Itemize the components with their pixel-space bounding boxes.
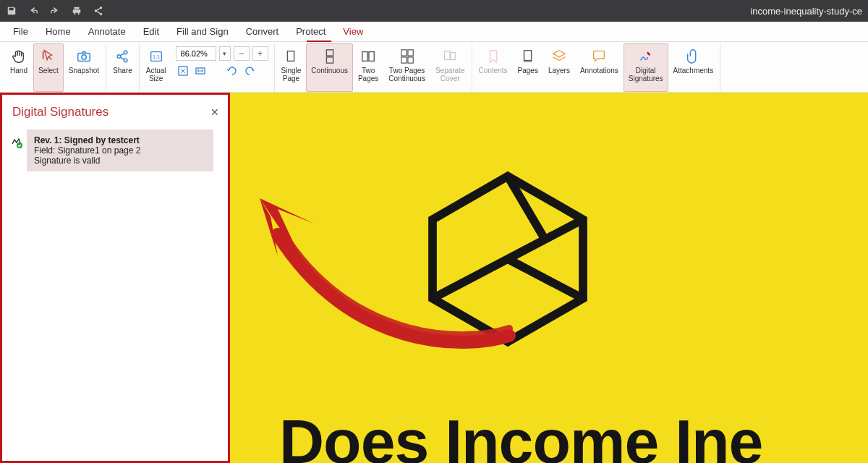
continuous-icon xyxy=(320,47,339,66)
share-button[interactable]: Share xyxy=(108,43,137,92)
continuous-label: Continuous xyxy=(311,67,348,75)
hexagon-logo xyxy=(414,165,602,353)
panel-title: Digital Signatures xyxy=(12,105,109,119)
actual-size-icon: 1:1 xyxy=(147,47,166,66)
pages-label: Pages xyxy=(518,67,538,75)
svg-rect-15 xyxy=(326,57,333,63)
contents-label: Contents xyxy=(479,67,508,75)
share-label: Share xyxy=(113,67,132,75)
single-page-label: Single Page xyxy=(281,67,302,82)
active-tab-underline xyxy=(307,41,331,42)
snapshot-button[interactable]: Snapshot xyxy=(64,43,104,92)
menu-view[interactable]: View xyxy=(334,22,372,41)
fit-page-icon[interactable] xyxy=(176,64,190,78)
share-ribbon-icon xyxy=(113,47,132,66)
content-area: Digital Signatures ✕ Rev. 1: Signed by t… xyxy=(0,93,868,463)
snapshot-label: Snapshot xyxy=(69,67,99,75)
separate-cover-button[interactable]: Separate Cover xyxy=(430,43,470,92)
svg-line-29 xyxy=(508,259,583,299)
share-icon[interactable] xyxy=(93,5,104,17)
menu-convert[interactable]: Convert xyxy=(237,22,288,41)
print-icon[interactable] xyxy=(71,5,82,17)
comment-icon xyxy=(590,47,608,66)
two-pages-icon xyxy=(359,47,378,66)
digital-signatures-label: Digital Signatures xyxy=(629,67,663,82)
actual-size-button[interactable]: 1:1 Actual Size xyxy=(141,43,171,92)
actual-size-label: Actual Size xyxy=(146,67,166,82)
svg-rect-18 xyxy=(401,50,406,56)
signature-icon xyxy=(637,47,655,66)
svg-point-7 xyxy=(118,55,122,59)
hand-tool-button[interactable]: Hand xyxy=(4,43,33,92)
select-tool-button[interactable]: Select xyxy=(33,43,64,92)
single-page-button[interactable]: Single Page xyxy=(276,43,307,92)
pages-icon xyxy=(519,47,537,66)
svg-point-6 xyxy=(124,51,128,54)
svg-rect-3 xyxy=(43,51,44,59)
annotations-button[interactable]: Annotations xyxy=(575,43,624,92)
layers-button[interactable]: Layers xyxy=(543,43,575,92)
two-pages-continuous-icon xyxy=(398,47,417,66)
fit-width-icon[interactable] xyxy=(193,64,208,78)
ribbon: Hand Select Snapshot Share 1:1 Actual Si… xyxy=(0,42,868,93)
save-icon[interactable] xyxy=(6,5,17,17)
hand-label: Hand xyxy=(10,67,27,75)
zoom-group: ▾ − + xyxy=(171,43,273,92)
window-title: income-inequality-study-ce xyxy=(750,6,862,17)
two-pages-continuous-button[interactable]: Two Pages Continuous xyxy=(383,43,430,92)
menu-protect[interactable]: Protect xyxy=(287,22,334,41)
separate-cover-icon xyxy=(441,47,459,66)
svg-text:1:1: 1:1 xyxy=(153,54,160,60)
two-pages-button[interactable]: Two Pages xyxy=(353,43,383,92)
hand-icon xyxy=(9,47,28,66)
single-page-icon xyxy=(281,47,300,66)
menubar: File Home Annotate Edit Fill and Sign Co… xyxy=(0,22,868,42)
digital-signatures-button[interactable]: Digital Signatures xyxy=(624,43,668,92)
document-viewport[interactable]: Does Income Ine xyxy=(230,93,868,463)
menu-file[interactable]: File xyxy=(4,22,37,41)
separate-cover-label: Separate Cover xyxy=(435,67,465,82)
menu-home[interactable]: Home xyxy=(37,22,80,41)
contents-button[interactable]: Contents xyxy=(474,43,513,92)
attachments-label: Attachments xyxy=(673,67,714,75)
two-pages-continuous-label: Two Pages Continuous xyxy=(388,67,425,82)
svg-rect-14 xyxy=(326,50,333,56)
menu-edit[interactable]: Edit xyxy=(135,22,168,41)
bookmark-icon xyxy=(484,47,503,66)
close-icon[interactable]: ✕ xyxy=(210,106,219,118)
rotate-ccw-icon[interactable] xyxy=(225,64,239,78)
zoom-dropdown[interactable]: ▾ xyxy=(219,46,231,61)
svg-rect-17 xyxy=(369,52,374,61)
svg-point-25 xyxy=(17,143,22,148)
camera-icon xyxy=(75,47,93,66)
document-headline: Does Income Ine xyxy=(279,406,762,463)
menu-fill-and-sign[interactable]: Fill and Sign xyxy=(168,22,237,41)
valid-signature-icon xyxy=(11,137,22,148)
cursor-icon xyxy=(39,47,58,66)
svg-rect-16 xyxy=(362,52,367,61)
signature-status: Signature is valid xyxy=(34,156,206,166)
signature-title: Rev. 1: Signed by testcert xyxy=(34,135,206,145)
zoom-input[interactable] xyxy=(176,46,216,61)
svg-point-8 xyxy=(124,59,128,62)
rotate-cw-icon[interactable] xyxy=(242,64,257,78)
continuous-button[interactable]: Continuous xyxy=(306,43,353,92)
titlebar: income-inequality-study-ce xyxy=(0,0,868,22)
svg-rect-22 xyxy=(445,51,450,60)
svg-rect-20 xyxy=(401,57,406,63)
svg-rect-24 xyxy=(524,51,531,61)
redo-icon[interactable] xyxy=(49,5,61,17)
svg-rect-13 xyxy=(288,51,294,61)
layers-label: Layers xyxy=(548,67,570,75)
select-label: Select xyxy=(38,67,59,75)
zoom-in-button[interactable]: + xyxy=(252,46,268,61)
menu-annotate[interactable]: Annotate xyxy=(80,22,135,41)
undo-icon[interactable] xyxy=(27,5,39,17)
annotations-label: Annotations xyxy=(580,67,618,75)
signature-entry[interactable]: Rev. 1: Signed by testcert Field: Signat… xyxy=(27,129,213,171)
svg-point-5 xyxy=(82,55,86,59)
zoom-out-button[interactable]: − xyxy=(234,46,250,61)
pages-button[interactable]: Pages xyxy=(513,43,543,92)
svg-rect-23 xyxy=(451,53,455,60)
attachments-button[interactable]: Attachments xyxy=(668,43,719,92)
